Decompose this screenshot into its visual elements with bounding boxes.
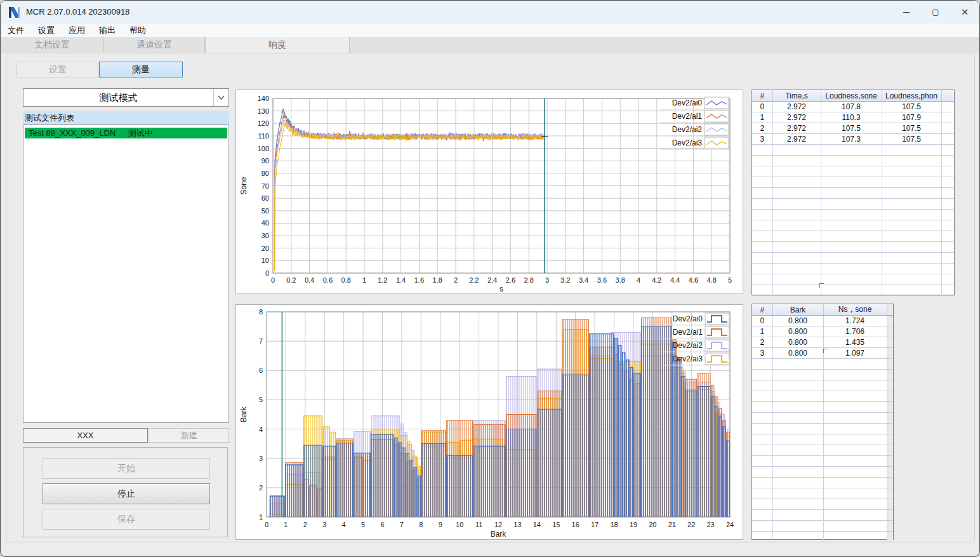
svg-text:3: 3 <box>322 521 326 528</box>
tab-strip: 文档设置通道设置响度 <box>1 37 979 53</box>
svg-text:6: 6 <box>259 366 263 374</box>
table-row-empty <box>752 521 893 532</box>
svg-text:Dev2/ai2: Dev2/ai2 <box>672 125 703 134</box>
table-row-empty <box>752 274 954 285</box>
control-groupbox: 开始 停止 保存 <box>23 447 228 537</box>
series-bars-Dev2/ai0 <box>270 326 729 517</box>
svg-text:110: 110 <box>258 132 269 140</box>
test-file-list-header: 测试文件列表 <box>23 111 229 124</box>
table-row-empty <box>752 370 893 380</box>
svg-text:Dev2/ai0: Dev2/ai0 <box>672 98 703 107</box>
specific-loudness-chart[interactable]: 0123456789101112131415161718192021222324… <box>235 304 743 540</box>
svg-text:3.8: 3.8 <box>616 276 625 284</box>
table-row-empty <box>752 231 954 242</box>
svg-text:8: 8 <box>259 308 263 316</box>
ns-table[interactable]: #BarkNs，sone00.8001.72410.8001.70620.800… <box>752 304 894 540</box>
svg-text:Dev2/ai2: Dev2/ai2 <box>673 341 703 350</box>
table-row[interactable]: 32.972107.3107.5 <box>752 134 954 145</box>
close-button[interactable]: ✕ <box>950 1 979 23</box>
svg-text:70: 70 <box>262 182 269 190</box>
table-row[interactable]: 02.972107.8107.5 <box>752 102 954 112</box>
svg-text:0.4: 0.4 <box>305 276 314 284</box>
tab-2[interactable]: 响度 <box>205 37 350 53</box>
subtab-measure-button[interactable]: 测量 <box>99 62 183 77</box>
menu-item-0[interactable]: 文件 <box>1 23 31 37</box>
svg-text:3: 3 <box>259 455 263 462</box>
test-file-list[interactable]: Test 88_XXX_009_LDN 测试中 <box>23 124 229 423</box>
table-row-empty <box>752 242 954 253</box>
svg-text:2.2: 2.2 <box>469 276 479 284</box>
svg-text:22: 22 <box>687 521 695 528</box>
svg-text:17: 17 <box>591 521 599 528</box>
subtab-settings-button[interactable]: 设置 <box>17 62 99 77</box>
start-button[interactable]: 开始 <box>43 458 210 479</box>
svg-text:0: 0 <box>265 521 268 528</box>
tab-0[interactable]: 文档设置 <box>1 37 104 53</box>
app-window: MCR 2.07.0.014 202300918 ─ ▢ ✕ 文件设置应用输出帮… <box>0 0 980 557</box>
table-row-empty <box>752 177 954 188</box>
svg-text:5: 5 <box>361 521 365 528</box>
table-row[interactable]: 30.8001.097 <box>752 348 893 359</box>
stop-button[interactable]: 停止 <box>43 483 210 504</box>
svg-text:20: 20 <box>649 521 656 528</box>
new-button[interactable]: 新建 <box>149 428 229 443</box>
table-row[interactable]: 12.972110.3107.9 <box>752 112 954 123</box>
table-row-empty <box>752 199 954 210</box>
loudness-time-chart[interactable]: 00.20.40.60.811.21.41.61.822.22.42.62.83… <box>235 90 743 293</box>
table-row-empty <box>752 478 893 488</box>
table-row-empty <box>752 499 893 510</box>
loudness-table[interactable]: #Time,sLoudness,soneLoudness,phon02.9721… <box>752 90 955 295</box>
table-row-empty <box>752 210 954 220</box>
svg-text:120: 120 <box>258 119 269 127</box>
svg-text:7: 7 <box>259 337 263 345</box>
svg-text:3.6: 3.6 <box>597 276 607 284</box>
svg-text:1: 1 <box>362 276 366 284</box>
svg-text:0.8: 0.8 <box>341 276 351 284</box>
specific-loudness-plot[interactable]: 0123456789101112131415161718192021222324… <box>236 305 743 539</box>
table-row[interactable]: 10.8001.706 <box>752 326 893 337</box>
table-row[interactable]: 00.8001.724 <box>752 316 893 326</box>
save-button[interactable]: 保存 <box>43 509 210 530</box>
svg-text:2: 2 <box>303 521 307 528</box>
maximize-button[interactable]: ▢ <box>921 1 950 23</box>
svg-text:4: 4 <box>637 276 640 284</box>
menu-item-4[interactable]: 帮助 <box>122 23 153 37</box>
svg-text:19: 19 <box>630 521 637 528</box>
svg-text:Dev2/ai3: Dev2/ai3 <box>672 138 703 147</box>
menu-item-1[interactable]: 设置 <box>31 23 62 37</box>
svg-text:30: 30 <box>262 232 269 239</box>
svg-text:1.2: 1.2 <box>378 276 387 284</box>
svg-text:60: 60 <box>262 194 269 202</box>
svg-text:2.6: 2.6 <box>506 276 515 284</box>
svg-text:0: 0 <box>265 269 269 277</box>
table-row-empty <box>752 467 893 478</box>
svg-text:2: 2 <box>454 276 458 284</box>
xxx-button[interactable]: XXX <box>23 428 148 443</box>
svg-text:Dev2/ai1: Dev2/ai1 <box>672 112 703 121</box>
tab-1[interactable]: 通道设置 <box>104 37 205 53</box>
svg-text:90: 90 <box>262 157 269 164</box>
menu-item-3[interactable]: 输出 <box>92 23 122 37</box>
table-row-empty <box>752 413 893 424</box>
minimize-button[interactable]: ─ <box>892 1 921 23</box>
svg-text:0.6: 0.6 <box>323 276 333 284</box>
test-file-item[interactable]: Test 88_XXX_009_LDN 测试中 <box>25 128 227 138</box>
menu-item-2[interactable]: 应用 <box>62 23 92 37</box>
svg-text:0: 0 <box>271 276 275 284</box>
table-row-empty <box>752 532 893 542</box>
loudness-time-plot[interactable]: 00.20.40.60.811.21.41.61.822.22.42.62.83… <box>236 90 743 293</box>
svg-text:9: 9 <box>439 521 442 528</box>
chevron-down-icon[interactable] <box>213 89 228 106</box>
table-row-empty <box>752 166 954 177</box>
table-row-empty <box>752 264 954 274</box>
svg-text:23: 23 <box>706 521 714 528</box>
table-row[interactable]: 22.972107.5107.5 <box>752 123 954 134</box>
svg-text:14: 14 <box>533 521 541 528</box>
svg-text:2.8: 2.8 <box>524 276 534 284</box>
table-row-empty <box>752 359 893 370</box>
table-row[interactable]: 20.8001.435 <box>752 337 893 348</box>
test-mode-select[interactable]: 测试模式 <box>23 88 229 107</box>
svg-text:16: 16 <box>572 521 579 528</box>
cell-focus-mark <box>819 283 824 288</box>
svg-text:5: 5 <box>259 396 263 403</box>
